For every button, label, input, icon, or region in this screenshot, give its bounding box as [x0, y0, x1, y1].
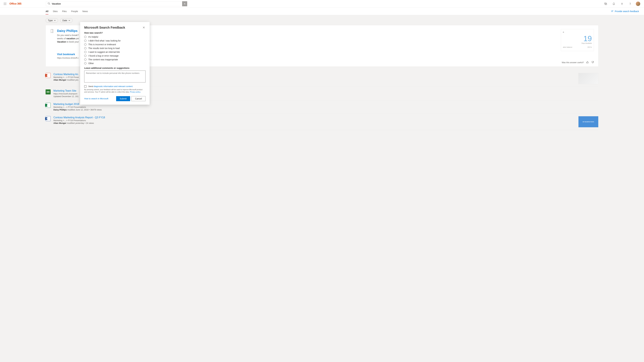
feedback-option-0[interactable]: It's helpful [84, 36, 146, 38]
feedback-option-label: The results took too long to load [88, 47, 120, 50]
feedback-option-3[interactable]: The results took too long to load [84, 47, 146, 50]
doc-file-icon: W [46, 116, 50, 121]
bell-icon [612, 2, 615, 5]
diagnostic-link[interactable]: diagnostic information and relevant cont… [94, 85, 133, 88]
tab-people[interactable]: People [71, 8, 78, 14]
thumbs-down-button[interactable] [591, 61, 594, 64]
vacation-widget: n 19 Days Available ation balance 152 hr [561, 29, 594, 51]
result-title[interactable]: Contoso Marketing Analysis Report - Q3 F… [54, 116, 576, 119]
result-row: WContoso Marketing Analysis Report - Q3 … [46, 114, 598, 130]
feedback-option-6[interactable]: The content was inappropriate [84, 58, 146, 61]
chat-button[interactable] [602, 0, 610, 8]
radio-icon [84, 40, 86, 42]
svg-point-9 [48, 2, 50, 4]
result-body: Contoso Marketing Analysis Report - Q3 F… [54, 116, 576, 128]
ppt-file-icon: P [46, 73, 50, 78]
feedback-option-label: I didn't find what I was looking for [88, 40, 121, 42]
tab-all[interactable]: All [46, 8, 48, 14]
xls-file-icon: X [46, 103, 50, 108]
chevron-down-icon [68, 20, 70, 21]
site-file-icon: MM [46, 90, 50, 94]
search-container [46, 1, 187, 6]
radio-icon [84, 58, 86, 61]
svg-point-4 [5, 4, 5, 4]
settings-button[interactable] [618, 0, 626, 8]
feedback-modal: Microsoft Search Feedback How was search… [80, 22, 150, 105]
feedback-option-label: The content was inappropriate [88, 58, 118, 61]
waffle-icon [4, 2, 6, 5]
help-button[interactable] [626, 0, 634, 8]
feedback-option-label: Other [88, 62, 94, 64]
search-icon [46, 2, 52, 5]
header-actions [601, 0, 643, 8]
feedback-option-1[interactable]: I didn't find what I was looking for [84, 40, 146, 42]
modal-close-button[interactable] [142, 26, 146, 30]
feedback-option-label: I want to suggest an internal link [88, 51, 120, 53]
feedback-option-label: It's helpful [88, 36, 98, 38]
answer-useful-label: Was this answer useful? [562, 61, 584, 64]
filter-date-label: Date [62, 19, 67, 22]
close-icon [143, 26, 145, 28]
svg-point-7 [5, 4, 5, 5]
feedback-option-7[interactable]: Other [84, 62, 146, 64]
howto-link[interactable]: How to search in Microsoft [84, 98, 108, 100]
radio-icon [84, 47, 86, 49]
bookmark-icon [50, 29, 54, 59]
app-name[interactable]: Office 365 [9, 2, 24, 5]
avatar[interactable] [636, 2, 640, 6]
svg-point-15 [622, 3, 622, 4]
radio-icon [84, 43, 86, 46]
provide-feedback-link-label: Provide search feedback [615, 10, 639, 12]
cancel-button[interactable]: Cancel [132, 96, 146, 101]
result-path: Marketing >…> FY18 Presentations [54, 106, 598, 108]
fine-print: By pressing submit, your feedback will b… [84, 88, 146, 93]
radio-icon [84, 51, 86, 53]
filter-type[interactable]: Type [46, 18, 58, 22]
comments-textarea[interactable] [84, 70, 146, 82]
widget-title: n [563, 31, 592, 33]
thumbs-down-icon [591, 61, 594, 64]
feedback-option-label: I found a bug or error message [88, 54, 118, 57]
svg-point-2 [6, 2, 6, 3]
provide-feedback-link[interactable]: Provide search feedback [611, 10, 639, 12]
feedback-option-2[interactable]: This is incorrect or irrelevant [84, 43, 146, 46]
feedback-icon [611, 10, 614, 12]
radio-icon [84, 62, 86, 64]
send-prefix: Send [88, 85, 93, 88]
result-thumbnail [578, 73, 598, 84]
submit-button[interactable]: Submit [116, 96, 130, 101]
modal-question: How was search? [84, 32, 146, 34]
tab-files[interactable]: Files [62, 8, 67, 14]
notifications-button[interactable] [610, 0, 618, 8]
tab-sites[interactable]: Sites [53, 8, 58, 14]
help-icon [629, 2, 632, 5]
diagnostic-row: Send diagnostic information and relevant… [84, 85, 146, 88]
modal-title: Microsoft Search Feedback [84, 26, 125, 30]
filter-date[interactable]: Date [60, 18, 72, 22]
widget-days-number: 19 [563, 35, 592, 42]
svg-point-1 [5, 2, 5, 3]
widget-days-label: Days Available [563, 42, 592, 44]
feedback-option-label: This is incorrect or irrelevant [88, 43, 116, 46]
privacy-link[interactable]: Privacy policy. [130, 91, 141, 93]
diagnostic-checkbox[interactable] [84, 85, 86, 88]
feedback-option-5[interactable]: I found a bug or error message [84, 54, 146, 57]
search-clear-button[interactable] [182, 1, 187, 6]
svg-point-3 [4, 4, 4, 4]
svg-point-6 [4, 4, 4, 5]
result-meta: Daisy Phillips modified June 12, 2018 • … [54, 108, 598, 111]
comments-label: Leave additional comments or suggestions [84, 67, 146, 69]
tab-news[interactable]: News [82, 8, 88, 14]
app-launcher-button[interactable] [1, 0, 9, 8]
search-box[interactable] [46, 1, 187, 6]
thumbs-up-button[interactable] [586, 61, 589, 64]
search-input[interactable] [52, 2, 182, 5]
tabs-row: All Sites Files People News Provide sear… [0, 8, 644, 15]
feedback-option-4[interactable]: I want to suggest an internal link [84, 51, 146, 53]
result-meta: Allan Munger modified yesterday • 24 vie… [54, 122, 576, 124]
gear-icon [620, 2, 624, 5]
chat-icon [604, 2, 607, 5]
svg-point-0 [4, 2, 4, 3]
result-thumbnail: MY FAVORITE POSTS [578, 116, 598, 128]
svg-line-10 [49, 4, 50, 4]
